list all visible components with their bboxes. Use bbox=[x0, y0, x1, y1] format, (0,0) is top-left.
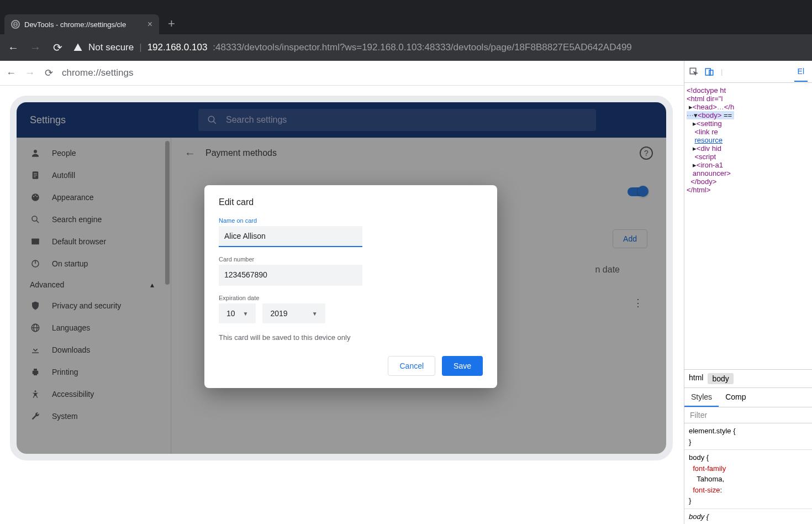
svg-rect-30 bbox=[709, 70, 713, 75]
styles-tab[interactable]: Styles bbox=[684, 388, 719, 407]
address-host: 192.168.0.103 bbox=[147, 42, 208, 53]
inner-toolbar: ← → ⟳ chrome://settings bbox=[0, 61, 684, 86]
svg-rect-29 bbox=[705, 69, 710, 75]
edit-card-dialog: Edit card Name on card Card number Expir… bbox=[204, 185, 497, 388]
outer-browser-tab[interactable]: DevTools - chrome://settings/cle × bbox=[4, 14, 159, 34]
outer-tab-strip: DevTools - chrome://settings/cle × + bbox=[0, 0, 812, 34]
dialog-title: Edit card bbox=[219, 197, 483, 207]
not-secure-label: Not secure bbox=[88, 42, 134, 53]
inspect-element-icon[interactable] bbox=[689, 67, 699, 77]
save-button[interactable]: Save bbox=[442, 356, 483, 376]
expiration-year-select[interactable]: 2019▼ bbox=[262, 303, 325, 323]
inner-reload-button[interactable]: ⟳ bbox=[43, 67, 54, 79]
cancel-button[interactable]: Cancel bbox=[388, 356, 435, 376]
expiration-month-select[interactable]: 10▼ bbox=[219, 303, 256, 323]
devtools-elements-tab[interactable]: El bbox=[794, 62, 808, 82]
year-value: 2019 bbox=[270, 309, 287, 318]
devtools-styles-tabs: Styles Comp bbox=[684, 387, 812, 407]
breadcrumb-html[interactable]: html bbox=[689, 373, 703, 384]
inner-back-button[interactable]: ← bbox=[6, 67, 17, 79]
name-on-card-input[interactable] bbox=[219, 226, 362, 247]
devtools-dom-tree[interactable]: <!doctype ht <html dir="l ▸<head>…</h ⋯▾… bbox=[684, 83, 812, 369]
new-tab-button[interactable]: + bbox=[168, 17, 175, 31]
address-separator: | bbox=[139, 42, 141, 53]
warning-icon bbox=[73, 43, 83, 53]
outer-forward-button[interactable]: → bbox=[29, 41, 42, 54]
address-path: :48333/devtools/inspector.html?ws=192.16… bbox=[213, 42, 631, 53]
outer-reload-button[interactable]: ⟳ bbox=[51, 41, 64, 54]
outer-back-button[interactable]: ← bbox=[7, 41, 20, 54]
devtools-styles-pane[interactable]: element.style { } body { font-family Tah… bbox=[684, 423, 812, 524]
device-viewport: Settings Search settings People Autofill bbox=[10, 96, 673, 460]
devtools-breadcrumb[interactable]: html body bbox=[684, 369, 812, 387]
styles-filter-input[interactable]: Filter bbox=[684, 407, 812, 423]
inner-forward-button[interactable]: → bbox=[24, 67, 35, 79]
devtools-panel: | El <!doctype ht <html dir="l ▸<head>…<… bbox=[684, 61, 812, 524]
card-number-input[interactable] bbox=[219, 265, 362, 286]
devtools-toolbar: | El bbox=[684, 61, 812, 83]
globe-icon bbox=[11, 20, 20, 29]
element-style-rule: element.style bbox=[689, 427, 731, 435]
inner-address[interactable]: chrome://settings bbox=[62, 67, 678, 78]
breadcrumb-body[interactable]: body bbox=[708, 373, 733, 384]
chevron-down-icon: ▼ bbox=[243, 311, 249, 317]
dialog-note: This card will be saved to this device o… bbox=[219, 333, 483, 342]
month-value: 10 bbox=[226, 309, 235, 318]
close-tab-icon[interactable]: × bbox=[147, 19, 152, 29]
outer-address-bar[interactable]: Not secure | 192.168.0.103:48333/devtool… bbox=[73, 42, 805, 53]
device-frame-area: Settings Search settings People Autofill bbox=[0, 86, 684, 524]
outer-tab-title: DevTools - chrome://settings/cle bbox=[24, 20, 126, 29]
expiration-date-label: Expiration date bbox=[219, 295, 483, 301]
card-number-label: Card number bbox=[219, 256, 483, 263]
device-toggle-icon[interactable] bbox=[704, 67, 714, 77]
computed-tab[interactable]: Comp bbox=[719, 388, 752, 407]
name-on-card-label: Name on card bbox=[219, 217, 483, 224]
outer-toolbar: ← → ⟳ Not secure | 192.168.0.103:48333/d… bbox=[0, 34, 812, 61]
chevron-down-icon: ▼ bbox=[312, 311, 318, 317]
